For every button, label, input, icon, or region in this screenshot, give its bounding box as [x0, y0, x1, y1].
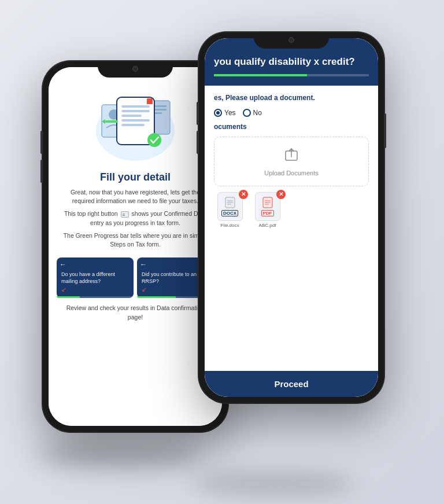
back-arrow-2: ← [140, 260, 147, 268]
proceed-button[interactable]: Proceed [205, 371, 378, 397]
upload-area[interactable]: Upload Documents [214, 137, 369, 186]
radio-yes-circle[interactable] [214, 109, 222, 117]
file1-name: File.docx [220, 223, 239, 228]
illustration [89, 84, 182, 165]
remove-file-1[interactable]: ✕ [239, 190, 248, 199]
svg-rect-8 [121, 105, 150, 108]
back-arrow-1: ← [60, 260, 66, 268]
svg-rect-10 [121, 115, 142, 117]
svg-point-13 [147, 133, 161, 147]
screen2-progress-bar [214, 74, 369, 76]
radio-no-circle[interactable] [243, 109, 251, 117]
yes-no-group: Yes No [214, 109, 369, 117]
remove-file-2[interactable]: ✕ [276, 190, 286, 199]
screen2-body: es, Please upload a document. Yes No [205, 86, 378, 371]
screen2-header-title: you qualify disability x credit? [214, 56, 369, 68]
file2-name: ABC.pdf [259, 223, 276, 228]
screen1-review: Review and check your results in Data co… [49, 304, 222, 322]
mini-cards: ← Do you have a different mailing addres… [49, 257, 222, 298]
upload-icon [283, 146, 299, 166]
radio-no-label: No [253, 109, 262, 117]
mini-card-1[interactable]: ← Do you have a different mailing addres… [57, 257, 134, 298]
svg-rect-9 [121, 110, 150, 112]
radio-yes[interactable]: Yes [214, 109, 236, 117]
svg-rect-11 [121, 119, 150, 122]
screen1-desc3: The Green Progress bar tells where you a… [49, 231, 222, 250]
mini-card-1-arrow: ↙ [61, 286, 129, 293]
screen1-desc1: Great, now that you have registered, let… [49, 188, 222, 207]
svg-rect-15 [105, 120, 118, 123]
screen1-title: Fill your detail [100, 171, 171, 183]
phone-2: you qualify disability x credit? es, Ple… [199, 32, 384, 403]
upload-text: Upload Documents [264, 170, 319, 176]
file-chip-2[interactable]: ✕ PDF ABC.pdf [251, 192, 283, 228]
file1-type: DOCX [221, 210, 238, 216]
uploaded-files: ✕ DOCX File.docx [214, 192, 369, 228]
svg-rect-12 [121, 124, 145, 126]
radio-no[interactable]: No [243, 109, 262, 117]
file-chip-1[interactable]: ✕ DOCX File.docx [214, 192, 246, 228]
upload-prompt: es, Please upload a document. [214, 94, 369, 102]
screen1-desc2: This top right button shows your Confirm… [49, 209, 222, 228]
screen2-progress-fill [214, 74, 307, 76]
file2-type: PDF [261, 210, 274, 216]
radio-yes-label: Yes [224, 109, 236, 117]
svg-rect-14 [147, 98, 153, 104]
mini-card-1-label: Do you have a different mailing address? [61, 271, 129, 285]
documents-title: ocuments [214, 123, 369, 131]
